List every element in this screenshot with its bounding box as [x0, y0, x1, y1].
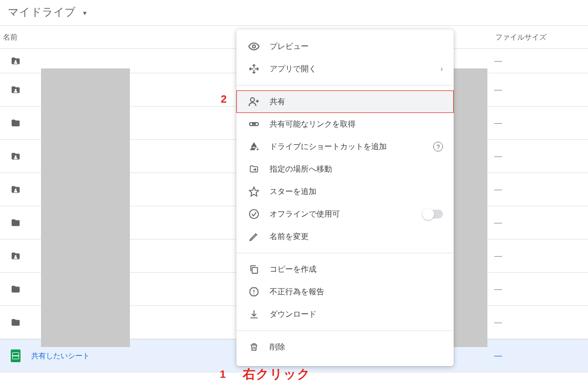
menu-star[interactable]: スターを追加 — [236, 180, 454, 203]
file-size: — — [490, 185, 588, 194]
folder-icon — [0, 284, 31, 295]
pencil-icon — [248, 231, 260, 242]
shared-folder-icon — [0, 56, 31, 66]
menu-share[interactable]: 共有 — [236, 90, 454, 113]
person-add-icon — [248, 96, 260, 108]
annotation-step1-text: 右クリック — [243, 366, 311, 383]
menu-label: プレビュー — [270, 42, 443, 52]
file-size: — — [490, 252, 588, 261]
column-size[interactable]: ファイルサイズ — [488, 33, 588, 42]
svg-point-0 — [15, 60, 17, 62]
svg-rect-12 — [252, 267, 257, 273]
offline-icon — [248, 208, 260, 220]
file-size: — — [490, 152, 588, 161]
menu-open-with[interactable]: アプリで開く › — [236, 58, 454, 80]
file-size: — — [490, 86, 588, 94]
location-title: マイドライブ — [8, 5, 76, 20]
menu-label: アプリで開く — [270, 64, 431, 74]
copy-icon — [248, 263, 260, 275]
menu-label: 共有可能なリンクを取得 — [270, 119, 443, 130]
drive-add-icon: + — [248, 141, 260, 152]
menu-report[interactable]: 不正行為を報告 — [236, 281, 454, 303]
redaction-right — [452, 68, 487, 347]
menu-separator — [236, 253, 454, 253]
file-size: — — [490, 57, 588, 65]
trash-icon — [248, 341, 260, 353]
folder-move-icon — [248, 163, 260, 175]
menu-move[interactable]: 指定の場所へ移動 — [236, 158, 454, 180]
menu-label: 不正行為を報告 — [270, 287, 443, 297]
menu-separator — [236, 330, 454, 331]
folder-icon — [0, 317, 31, 328]
file-size: — — [490, 218, 588, 227]
file-size: — — [490, 285, 588, 294]
menu-label: ドライブにショートカットを追加 — [270, 142, 421, 152]
menu-offline[interactable]: オフラインで使用可 — [236, 203, 454, 225]
menu-label: 削除 — [270, 342, 443, 352]
star-icon — [248, 186, 260, 197]
shared-folder-icon — [0, 85, 31, 95]
redaction-left — [41, 68, 130, 347]
eye-icon — [248, 41, 260, 52]
svg-point-1 — [15, 88, 17, 90]
folder-icon — [0, 118, 31, 129]
help-icon[interactable]: ? — [433, 142, 443, 152]
sheets-icon — [0, 349, 31, 362]
menu-download[interactable]: ダウンロード — [236, 303, 454, 326]
report-icon — [248, 286, 260, 298]
menu-add-shortcut[interactable]: + ドライブにショートカットを追加 ? — [236, 135, 454, 158]
folder-icon — [0, 217, 31, 228]
svg-point-2 — [15, 155, 17, 157]
svg-point-11 — [250, 210, 258, 218]
svg-point-4 — [15, 255, 17, 257]
context-menu: プレビュー アプリで開く › 共有 共有可能なリンクを取得 — [236, 29, 454, 366]
file-size: — — [490, 119, 588, 128]
menu-copy[interactable]: コピーを作成 — [236, 258, 454, 281]
menu-label: 共有 — [270, 97, 443, 107]
menu-label: コピーを作成 — [270, 264, 443, 275]
svg-point-6 — [251, 98, 254, 102]
menu-delete[interactable]: 削除 — [236, 336, 454, 358]
menu-label: スターを追加 — [270, 187, 443, 197]
offline-toggle[interactable] — [423, 210, 443, 218]
location-header[interactable]: マイドライブ ▼ — [0, 0, 588, 25]
svg-point-15 — [253, 293, 254, 294]
menu-label: 名前を変更 — [270, 232, 443, 242]
chevron-right-icon: › — [441, 65, 443, 73]
link-icon — [248, 118, 260, 130]
menu-label: オフラインで使用可 — [270, 209, 414, 219]
move-arrows-icon — [248, 63, 260, 75]
menu-label: 指定の場所へ移動 — [270, 164, 443, 174]
shared-folder-icon — [0, 251, 31, 261]
annotation-step2-number: 2 — [221, 93, 227, 106]
svg-point-5 — [252, 45, 255, 48]
menu-separator — [236, 85, 454, 86]
file-size: — — [490, 351, 588, 360]
annotation-step1-number: 1 — [220, 368, 226, 381]
file-size: — — [490, 318, 588, 327]
svg-text:+: + — [256, 147, 259, 152]
svg-point-3 — [15, 188, 17, 190]
shared-folder-icon — [0, 151, 31, 162]
menu-rename[interactable]: 名前を変更 — [236, 225, 454, 248]
location-dropdown-icon[interactable]: ▼ — [82, 10, 88, 17]
download-icon — [248, 308, 260, 320]
shared-folder-icon — [0, 184, 31, 195]
menu-label: ダウンロード — [270, 309, 443, 320]
menu-get-link[interactable]: 共有可能なリンクを取得 — [236, 113, 454, 135]
menu-preview[interactable]: プレビュー — [236, 35, 454, 58]
svg-marker-10 — [250, 187, 258, 196]
